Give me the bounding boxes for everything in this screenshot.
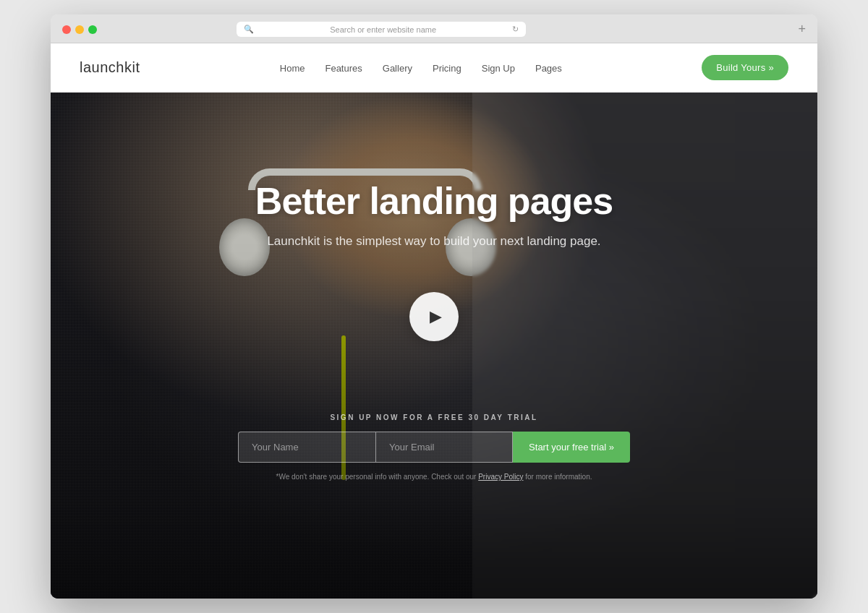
traffic-lights (62, 25, 97, 34)
hero-subtitle: Launchkit is the simplest way to build y… (51, 234, 817, 249)
nav-link-features[interactable]: Features (325, 63, 362, 74)
nav-item-features[interactable]: Features (325, 61, 362, 74)
nav-item-gallery[interactable]: Gallery (383, 61, 412, 74)
signup-disclaimer: *We don't share your personal info with … (51, 473, 817, 481)
nav-item-signup[interactable]: Sign Up (482, 61, 515, 74)
nav-links: Home Features Gallery Pricing Sign Up Pa… (280, 61, 562, 74)
hero-content: Better landing pages Launchkit is the si… (51, 93, 817, 413)
nav-link-home[interactable]: Home (280, 63, 305, 74)
nav-link-pricing[interactable]: Pricing (433, 63, 461, 74)
name-input[interactable] (238, 432, 375, 463)
nav-item-home[interactable]: Home (280, 61, 305, 74)
signup-form: Start your free trial » (51, 432, 817, 463)
submit-button[interactable]: Start your free trial » (513, 432, 630, 463)
nav-item-pricing[interactable]: Pricing (433, 61, 461, 74)
fullscreen-button[interactable] (88, 25, 97, 34)
close-button[interactable] (62, 25, 71, 34)
browser-window: 🔍 Search or enter website name ↻ + launc… (51, 14, 817, 599)
navbar: launchkit Home Features Gallery Pricing … (51, 43, 817, 93)
website-content: launchkit Home Features Gallery Pricing … (51, 43, 817, 599)
nav-link-gallery[interactable]: Gallery (383, 63, 412, 74)
nav-item-pages[interactable]: Pages (535, 61, 562, 74)
signup-section: SIGN UP NOW FOR A FREE 30 DAY TRIAL Star… (51, 413, 817, 502)
browser-chrome: 🔍 Search or enter website name ↻ + (51, 14, 817, 43)
nav-link-signup[interactable]: Sign Up (482, 63, 515, 74)
privacy-policy-link[interactable]: Privacy Policy (478, 473, 523, 481)
play-button[interactable]: ▶ (409, 292, 459, 341)
minimize-button[interactable] (75, 25, 84, 34)
brand-logo[interactable]: launchkit (80, 59, 140, 76)
hero-title: Better landing pages (51, 179, 817, 223)
nav-link-pages[interactable]: Pages (535, 63, 562, 74)
address-bar[interactable]: 🔍 Search or enter website name ↻ (237, 22, 526, 37)
signup-label: SIGN UP NOW FOR A FREE 30 DAY TRIAL (51, 413, 817, 421)
hero-section: Better landing pages Launchkit is the si… (51, 93, 817, 599)
nav-cta-button[interactable]: Build Yours » (702, 55, 788, 80)
email-input[interactable] (375, 432, 513, 463)
search-icon: 🔍 (244, 25, 254, 34)
play-icon: ▶ (430, 307, 442, 326)
new-tab-button[interactable]: + (798, 22, 806, 37)
refresh-icon: ↻ (512, 25, 519, 34)
address-text: Search or enter website name (258, 25, 508, 34)
